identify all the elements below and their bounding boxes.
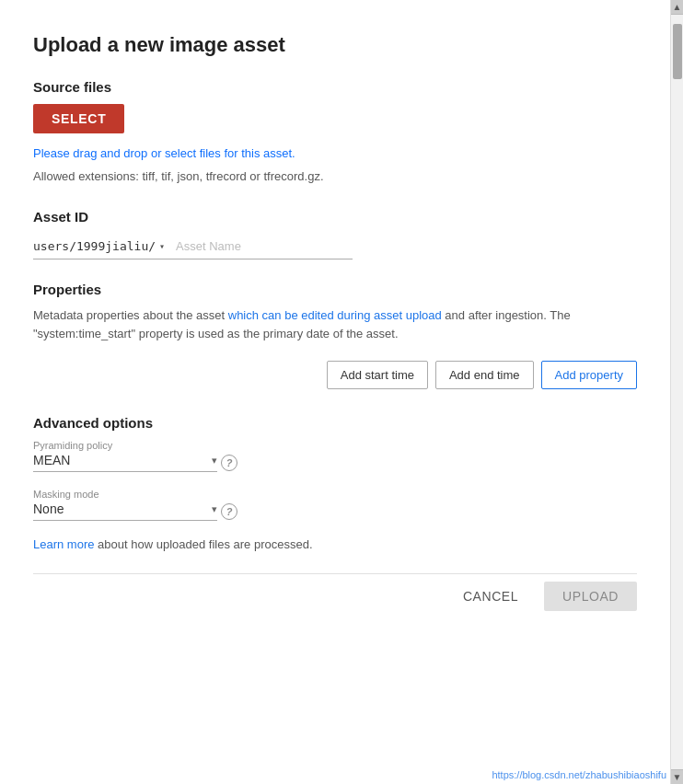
- learn-more-text: about how uploaded files are processed.: [94, 537, 312, 551]
- properties-section: Properties Metadata properties about the…: [33, 282, 637, 390]
- properties-label: Properties: [33, 282, 637, 297]
- pyramiding-policy-dropdown[interactable]: MEAN ▾: [33, 453, 217, 472]
- asset-id-row: users/1999jialiu/ ▾: [33, 234, 637, 259]
- pyramiding-policy-label: Pyramiding policy: [33, 440, 637, 451]
- masking-mode-label: Masking mode: [33, 489, 637, 500]
- cancel-button[interactable]: CANCEL: [448, 582, 533, 611]
- scrollbar-down-button[interactable]: ▼: [671, 769, 684, 784]
- prefix-dropdown-arrow[interactable]: ▾: [159, 241, 165, 251]
- add-end-time-button[interactable]: Add end time: [435, 361, 534, 389]
- watermark: https://blog.csdn.net/zhabushibiaoshifu: [492, 769, 666, 780]
- properties-description: Metadata properties about the asset whic…: [33, 306, 637, 345]
- scrollbar: ▲ ▼: [670, 0, 683, 784]
- source-files-label: Source files: [33, 79, 637, 95]
- footer-buttons: CANCEL UPLOAD: [33, 573, 637, 611]
- properties-buttons-row: Add start time Add end time Add property: [33, 361, 637, 389]
- asset-name-input[interactable]: [168, 234, 353, 259]
- masking-mode-value: None: [33, 502, 204, 516]
- file-hint-line1: Please drag and drop or select files for…: [33, 144, 637, 164]
- masking-mode-dropdown[interactable]: None ▾: [33, 502, 217, 521]
- advanced-options-label: Advanced options: [33, 415, 637, 431]
- scrollbar-up-button[interactable]: ▲: [671, 0, 684, 15]
- upload-button[interactable]: UPLOAD: [544, 582, 637, 611]
- select-button[interactable]: SELECT: [33, 104, 124, 133]
- asset-id-label: Asset ID: [33, 209, 637, 225]
- add-property-button[interactable]: Add property: [541, 361, 637, 389]
- masking-mode-group: Masking mode None ▾ ?: [33, 489, 637, 521]
- pyramiding-policy-group: Pyramiding policy MEAN ▾ ?: [33, 440, 637, 472]
- properties-desc-part1: Metadata properties about the asset: [33, 308, 228, 322]
- learn-more-row: Learn more about how uploaded files are …: [33, 537, 637, 551]
- masking-mode-arrow[interactable]: ▾: [212, 503, 217, 515]
- pyramiding-policy-help-icon[interactable]: ?: [221, 455, 237, 471]
- pyramiding-policy-value: MEAN: [33, 453, 204, 467]
- advanced-options-section: Advanced options Pyramiding policy MEAN …: [33, 415, 637, 521]
- properties-desc-link: which can be edited during asset upload: [228, 308, 442, 322]
- page-title: Upload a new image asset: [33, 33, 637, 57]
- scrollbar-track: [671, 15, 684, 769]
- asset-prefix-text: users/1999jialiu/: [33, 239, 156, 253]
- source-files-section: Source files SELECT Please drag and drop…: [33, 79, 637, 187]
- pyramiding-policy-arrow[interactable]: ▾: [212, 455, 217, 467]
- add-start-time-button[interactable]: Add start time: [327, 361, 428, 389]
- masking-mode-help-icon[interactable]: ?: [221, 503, 237, 520]
- learn-more-link[interactable]: Learn more: [33, 537, 94, 551]
- file-hint-line2: Allowed extensions: tiff, tif, json, tfr…: [33, 167, 637, 187]
- asset-prefix[interactable]: users/1999jialiu/ ▾: [33, 234, 168, 259]
- scrollbar-thumb[interactable]: [673, 24, 682, 79]
